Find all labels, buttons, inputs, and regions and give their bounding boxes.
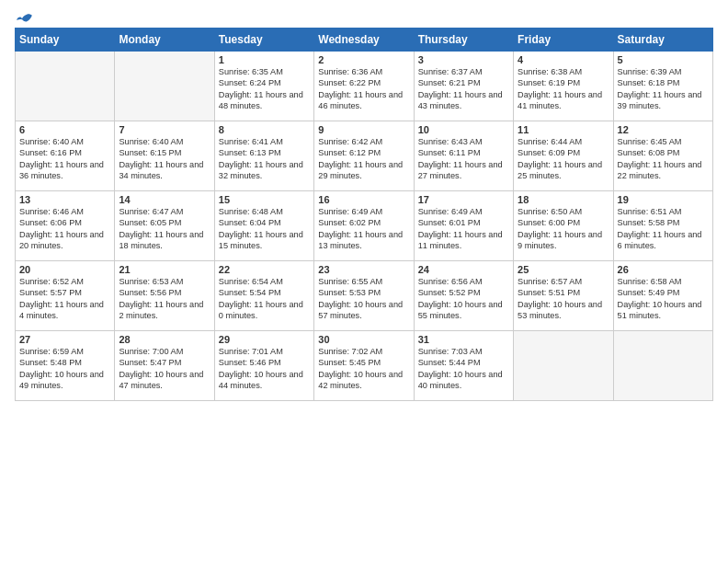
cell-info: Sunrise: 6:55 AMSunset: 5:53 PMDaylight:… (318, 277, 403, 320)
calendar-cell: 28Sunrise: 7:00 AMSunset: 5:47 PMDayligh… (115, 331, 214, 401)
cell-info: Sunrise: 6:44 AMSunset: 6:09 PMDaylight:… (518, 137, 602, 180)
weekday-header-tuesday: Tuesday (214, 29, 313, 52)
cell-info: Sunrise: 7:01 AMSunset: 5:46 PMDaylight:… (219, 347, 303, 390)
day-number: 21 (119, 264, 210, 275)
main-container: SundayMondayTuesdayWednesdayThursdayFrid… (0, 0, 728, 408)
day-number: 13 (19, 194, 110, 205)
cell-info: Sunrise: 6:48 AMSunset: 6:04 PMDaylight:… (219, 207, 303, 250)
day-number: 11 (518, 124, 609, 135)
cell-info: Sunrise: 6:58 AMSunset: 5:49 PMDaylight:… (618, 277, 702, 320)
cell-info: Sunrise: 6:41 AMSunset: 6:13 PMDaylight:… (219, 137, 303, 180)
day-number: 23 (318, 264, 409, 275)
day-number: 16 (318, 194, 409, 205)
weekday-header-saturday: Saturday (613, 29, 712, 52)
cell-info: Sunrise: 6:39 AMSunset: 6:18 PMDaylight:… (618, 67, 702, 110)
day-number: 20 (19, 264, 110, 275)
cell-info: Sunrise: 6:51 AMSunset: 5:58 PMDaylight:… (618, 207, 702, 250)
calendar-cell: 20Sunrise: 6:52 AMSunset: 5:57 PMDayligh… (16, 261, 115, 331)
calendar-cell (613, 331, 712, 401)
calendar-cell: 7Sunrise: 6:40 AMSunset: 6:15 PMDaylight… (115, 121, 214, 191)
cell-info: Sunrise: 7:00 AMSunset: 5:47 PMDaylight:… (119, 347, 203, 390)
day-number: 3 (418, 54, 509, 65)
day-number: 19 (618, 194, 709, 205)
calendar-cell: 30Sunrise: 7:02 AMSunset: 5:45 PMDayligh… (314, 331, 414, 401)
week-row-3: 13Sunrise: 6:46 AMSunset: 6:06 PMDayligh… (16, 191, 713, 261)
cell-info: Sunrise: 6:49 AMSunset: 6:02 PMDaylight:… (318, 207, 403, 250)
calendar-cell: 10Sunrise: 6:43 AMSunset: 6:11 PMDayligh… (414, 121, 513, 191)
day-number: 4 (518, 54, 609, 65)
day-number: 17 (418, 194, 509, 205)
calendar-cell: 25Sunrise: 6:57 AMSunset: 5:51 PMDayligh… (514, 261, 613, 331)
cell-info: Sunrise: 6:56 AMSunset: 5:52 PMDaylight:… (418, 277, 503, 320)
cell-info: Sunrise: 6:36 AMSunset: 6:22 PMDaylight:… (318, 67, 403, 110)
day-number: 31 (418, 334, 509, 345)
calendar-cell: 19Sunrise: 6:51 AMSunset: 5:58 PMDayligh… (613, 191, 712, 261)
weekday-header-row: SundayMondayTuesdayWednesdayThursdayFrid… (16, 29, 713, 52)
cell-info: Sunrise: 6:45 AMSunset: 6:08 PMDaylight:… (618, 137, 702, 180)
cell-info: Sunrise: 6:37 AMSunset: 6:21 PMDaylight:… (418, 67, 503, 110)
day-number: 28 (119, 334, 210, 345)
day-number: 5 (618, 54, 709, 65)
header-row (15, 11, 713, 24)
calendar-cell: 12Sunrise: 6:45 AMSunset: 6:08 PMDayligh… (613, 121, 712, 191)
calendar-table: SundayMondayTuesdayWednesdayThursdayFrid… (15, 28, 713, 401)
day-number: 30 (318, 334, 409, 345)
calendar-cell: 16Sunrise: 6:49 AMSunset: 6:02 PMDayligh… (314, 191, 414, 261)
day-number: 24 (418, 264, 509, 275)
cell-info: Sunrise: 7:03 AMSunset: 5:44 PMDaylight:… (418, 347, 503, 390)
weekday-header-sunday: Sunday (16, 29, 115, 52)
cell-info: Sunrise: 6:59 AMSunset: 5:48 PMDaylight:… (19, 347, 104, 390)
calendar-cell: 3Sunrise: 6:37 AMSunset: 6:21 PMDaylight… (414, 52, 513, 121)
calendar-cell: 5Sunrise: 6:39 AMSunset: 6:18 PMDaylight… (613, 52, 712, 121)
calendar-cell: 2Sunrise: 6:36 AMSunset: 6:22 PMDaylight… (314, 52, 414, 121)
day-number: 12 (618, 124, 709, 135)
cell-info: Sunrise: 6:54 AMSunset: 5:54 PMDaylight:… (219, 277, 303, 320)
cell-info: Sunrise: 6:50 AMSunset: 6:00 PMDaylight:… (518, 207, 602, 250)
calendar-cell (115, 52, 214, 121)
day-number: 26 (618, 264, 709, 275)
cell-info: Sunrise: 6:40 AMSunset: 6:16 PMDaylight:… (19, 137, 104, 180)
week-row-1: 1Sunrise: 6:35 AMSunset: 6:24 PMDaylight… (16, 52, 713, 121)
cell-info: Sunrise: 6:43 AMSunset: 6:11 PMDaylight:… (418, 137, 503, 180)
logo-bird-icon (17, 11, 33, 28)
week-row-4: 20Sunrise: 6:52 AMSunset: 5:57 PMDayligh… (16, 261, 713, 331)
day-number: 9 (318, 124, 409, 135)
day-number: 18 (518, 194, 609, 205)
calendar-cell: 17Sunrise: 6:49 AMSunset: 6:01 PMDayligh… (414, 191, 513, 261)
calendar-cell: 15Sunrise: 6:48 AMSunset: 6:04 PMDayligh… (214, 191, 313, 261)
cell-info: Sunrise: 6:57 AMSunset: 5:51 PMDaylight:… (518, 277, 602, 320)
day-number: 10 (418, 124, 509, 135)
cell-info: Sunrise: 6:52 AMSunset: 5:57 PMDaylight:… (19, 277, 104, 320)
day-number: 25 (518, 264, 609, 275)
calendar-cell: 6Sunrise: 6:40 AMSunset: 6:16 PMDaylight… (16, 121, 115, 191)
calendar-cell: 9Sunrise: 6:42 AMSunset: 6:12 PMDaylight… (314, 121, 414, 191)
day-number: 29 (219, 334, 310, 345)
calendar-cell: 27Sunrise: 6:59 AMSunset: 5:48 PMDayligh… (16, 331, 115, 401)
cell-info: Sunrise: 6:47 AMSunset: 6:05 PMDaylight:… (119, 207, 203, 250)
cell-info: Sunrise: 6:46 AMSunset: 6:06 PMDaylight:… (19, 207, 104, 250)
week-row-2: 6Sunrise: 6:40 AMSunset: 6:16 PMDaylight… (16, 121, 713, 191)
cell-info: Sunrise: 6:53 AMSunset: 5:56 PMDaylight:… (119, 277, 203, 320)
logo (15, 11, 33, 24)
cell-info: Sunrise: 6:35 AMSunset: 6:24 PMDaylight:… (219, 67, 303, 110)
calendar-cell: 21Sunrise: 6:53 AMSunset: 5:56 PMDayligh… (115, 261, 214, 331)
calendar-cell: 26Sunrise: 6:58 AMSunset: 5:49 PMDayligh… (613, 261, 712, 331)
cell-info: Sunrise: 6:49 AMSunset: 6:01 PMDaylight:… (418, 207, 503, 250)
day-number: 7 (119, 124, 210, 135)
calendar-cell (514, 331, 613, 401)
calendar-cell: 22Sunrise: 6:54 AMSunset: 5:54 PMDayligh… (214, 261, 313, 331)
weekday-header-wednesday: Wednesday (314, 29, 414, 52)
calendar-cell: 13Sunrise: 6:46 AMSunset: 6:06 PMDayligh… (16, 191, 115, 261)
calendar-cell (16, 52, 115, 121)
day-number: 14 (119, 194, 210, 205)
day-number: 27 (19, 334, 110, 345)
calendar-cell: 29Sunrise: 7:01 AMSunset: 5:46 PMDayligh… (214, 331, 313, 401)
day-number: 15 (219, 194, 310, 205)
cell-info: Sunrise: 6:38 AMSunset: 6:19 PMDaylight:… (518, 67, 602, 110)
calendar-cell: 14Sunrise: 6:47 AMSunset: 6:05 PMDayligh… (115, 191, 214, 261)
cell-info: Sunrise: 6:40 AMSunset: 6:15 PMDaylight:… (119, 137, 203, 180)
calendar-cell: 11Sunrise: 6:44 AMSunset: 6:09 PMDayligh… (514, 121, 613, 191)
calendar-cell: 1Sunrise: 6:35 AMSunset: 6:24 PMDaylight… (214, 52, 313, 121)
day-number: 1 (219, 54, 310, 65)
calendar-cell: 23Sunrise: 6:55 AMSunset: 5:53 PMDayligh… (314, 261, 414, 331)
